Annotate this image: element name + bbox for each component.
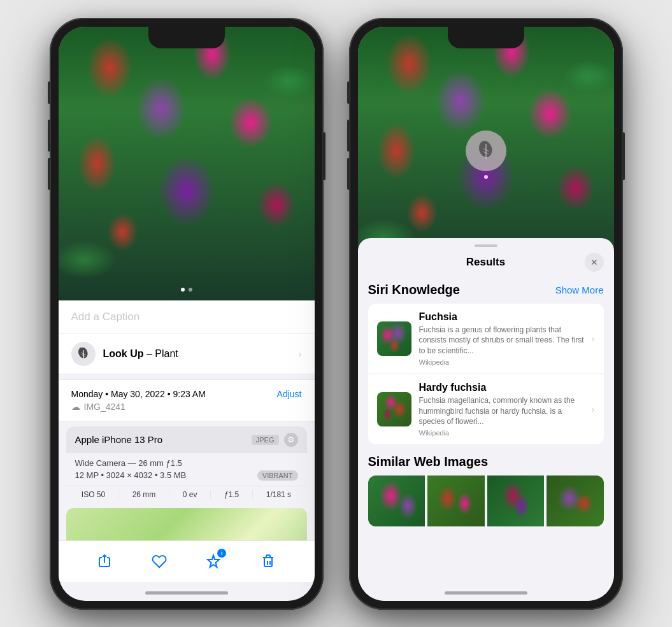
similar-image-3[interactable]	[487, 476, 545, 526]
silent-button[interactable]	[48, 81, 50, 104]
trash-icon	[261, 554, 275, 569]
home-indicator-right	[445, 591, 527, 595]
knowledge-item-fuchsia[interactable]: Fuchsia Fuchsia is a genus of flowering …	[368, 304, 604, 374]
siri-knowledge-header: Siri Knowledge Show More	[368, 283, 604, 297]
right-phone: Results ✕ Siri Knowledge Show More	[349, 18, 623, 610]
hardy-name: Hardy fuchsia	[419, 382, 584, 393]
volume-up-button[interactable]	[48, 120, 50, 151]
fuchsia-name: Fuchsia	[419, 311, 584, 323]
similar-web-title: Similar Web Images	[368, 454, 604, 469]
cloud-icon: ☁	[71, 402, 80, 412]
volume-down-button-right[interactable]	[347, 158, 350, 190]
heart-icon	[152, 554, 167, 569]
mp-text: 12 MP • 3024 × 4032 • 3.5 MB	[75, 470, 187, 480]
exif-focal: 26 mm	[132, 490, 156, 499]
share-icon	[97, 554, 112, 569]
vibrant-badge: VIBRANT	[257, 470, 298, 481]
dot-2	[189, 288, 192, 292]
lookup-icon	[71, 342, 96, 366]
adjust-button[interactable]: Adjust	[277, 389, 302, 399]
exif-row: ISO 50 26 mm 0 ev ƒ1.5 1/181 s	[66, 486, 307, 503]
leaf-icon	[77, 348, 90, 360]
exif-shutter: 1/181 s	[266, 490, 291, 499]
exif-divider-3	[210, 490, 211, 499]
results-panel[interactable]: Results ✕ Siri Knowledge Show More	[358, 238, 614, 601]
device-badges: JPEG ⚙	[252, 433, 298, 447]
delete-button[interactable]	[254, 547, 282, 575]
similar-image-4[interactable]	[547, 476, 604, 526]
phone-screen-right: Results ✕ Siri Knowledge Show More	[358, 27, 614, 601]
phone-screen-left: Add a Caption Look Up – Plant › Monday •…	[59, 27, 315, 601]
show-more-button[interactable]: Show More	[555, 285, 604, 295]
flower-background-left	[59, 27, 315, 300]
dot-1	[181, 288, 185, 292]
similar-image-1[interactable]	[368, 476, 425, 526]
share-button[interactable]	[90, 547, 118, 575]
format-badge: JPEG	[252, 435, 279, 445]
similar-web-section: Similar Web Images	[368, 454, 604, 526]
exif-divider-2	[169, 490, 169, 499]
lookup-bold: Look Up	[103, 348, 144, 359]
knowledge-card: Fuchsia Fuchsia is a genus of flowering …	[368, 304, 604, 445]
knowledge-item-hardy[interactable]: Hardy fuchsia Fuchsia magellanica, commo…	[368, 374, 604, 444]
hardy-description: Fuchsia magellanica, commonly known as t…	[419, 395, 584, 427]
siri-knowledge-title: Siri Knowledge	[368, 283, 460, 297]
similar-images-grid[interactable]	[368, 476, 604, 526]
exif-aperture: ƒ1.5	[224, 490, 239, 499]
hardy-chevron-icon: ›	[592, 404, 595, 414]
exif-iso: ISO 50	[82, 490, 105, 499]
siri-dot	[484, 175, 488, 179]
camera-info: Wide Camera — 26 mm ƒ1.5	[66, 453, 307, 470]
silent-button-right[interactable]	[347, 81, 350, 104]
results-header: Results ✕	[358, 247, 614, 274]
results-close-button[interactable]: ✕	[585, 253, 604, 272]
exif-divider-1	[118, 490, 119, 499]
fuchsia-description: Fuchsia is a genus of flowering plants t…	[419, 325, 584, 356]
volume-up-button-right[interactable]	[347, 120, 350, 151]
close-icon: ✕	[590, 257, 598, 267]
lookup-chevron-icon: ›	[299, 349, 302, 359]
results-body: Siri Knowledge Show More Fuchsia Fuchsia…	[358, 274, 614, 532]
device-header: Apple iPhone 13 Pro JPEG ⚙	[66, 426, 307, 453]
fuchsia-source: Wikipedia	[419, 358, 584, 366]
fuchsia-content: Fuchsia Fuchsia is a genus of flowering …	[419, 311, 584, 366]
lookup-row[interactable]: Look Up – Plant ›	[59, 334, 315, 374]
results-title: Results	[466, 256, 505, 269]
info-badge: i	[217, 549, 226, 558]
hardy-content: Hardy fuchsia Fuchsia magellanica, commo…	[419, 382, 584, 437]
hardy-source: Wikipedia	[419, 429, 584, 437]
fuchsia-chevron-icon: ›	[592, 334, 595, 344]
info-button[interactable]: i	[199, 547, 227, 575]
caption-area[interactable]: Add a Caption	[59, 300, 315, 334]
lookup-label: Look Up – Plant	[103, 348, 299, 360]
photo-display-left[interactable]	[59, 27, 315, 300]
notch-right	[448, 27, 524, 48]
svg-marker-4	[208, 555, 219, 567]
exif-ev: 0 ev	[183, 490, 197, 499]
home-indicator-left	[145, 591, 228, 595]
volume-down-button[interactable]	[48, 158, 50, 190]
fuchsia-thumbnail	[377, 321, 411, 356]
notch-left	[148, 27, 225, 48]
photo-info-section: Monday • May 30, 2022 • 9:23 AM Adjust ☁…	[59, 379, 315, 421]
settings-icon[interactable]: ⚙	[284, 433, 298, 447]
lookup-text: – Plant	[144, 348, 178, 359]
hardy-thumbnail	[377, 392, 411, 426]
filename-text: IMG_4241	[84, 402, 125, 412]
device-section: Apple iPhone 13 Pro JPEG ⚙ Wide Camera —…	[66, 426, 307, 503]
photo-dots	[181, 288, 192, 292]
exif-divider-4	[252, 490, 253, 499]
siri-lookup-button[interactable]	[466, 130, 506, 171]
mp-row: 12 MP • 3024 × 4032 • 3.5 MB VIBRANT	[66, 470, 307, 486]
like-button[interactable]	[145, 547, 173, 575]
caption-placeholder: Add a Caption	[71, 311, 140, 323]
bottom-toolbar-left: i	[59, 540, 315, 582]
date-row: Monday • May 30, 2022 • 9:23 AM Adjust	[71, 389, 302, 399]
fuchsia-thumb-bg	[377, 321, 411, 356]
left-phone: Add a Caption Look Up – Plant › Monday •…	[50, 18, 324, 610]
device-name: Apple iPhone 13 Pro	[75, 434, 163, 445]
power-button[interactable]	[323, 132, 325, 180]
leaf-siri-icon	[476, 141, 496, 161]
power-button-right[interactable]	[622, 132, 625, 180]
similar-image-2[interactable]	[427, 476, 485, 526]
